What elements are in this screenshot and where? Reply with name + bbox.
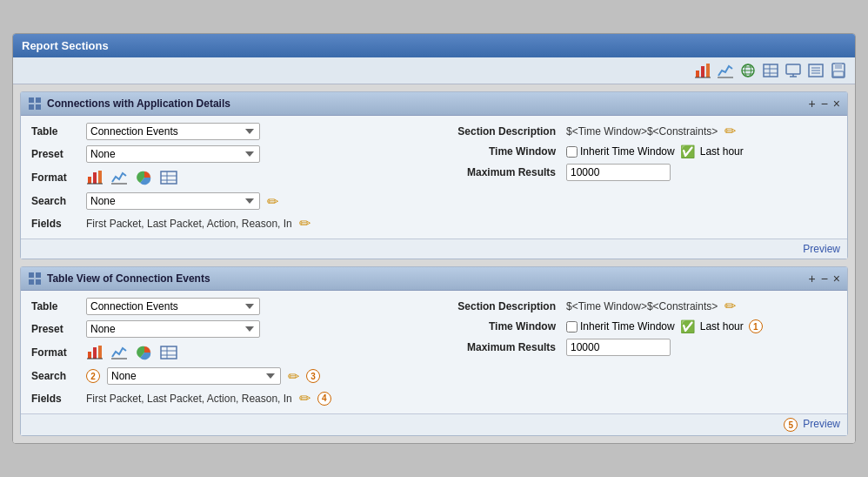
section2-bar-chart-icon[interactable] [86, 343, 105, 362]
section1-body: Table Connection Events Preset None Form… [21, 116, 847, 238]
section2-format-icons [86, 343, 178, 362]
section2-line-chart-icon[interactable] [110, 343, 130, 362]
monitor-toolbar-icon[interactable] [784, 61, 803, 80]
svg-rect-29 [93, 172, 97, 184]
section2-preset-select[interactable]: None [86, 320, 260, 338]
section2-right-panel: Section Description $<Time Window>$<Cons… [443, 298, 837, 406]
section1-inherit-checkbox[interactable]: Inherit Time Window [566, 145, 675, 158]
svg-rect-48 [161, 346, 177, 359]
section1-add-button[interactable]: + [808, 97, 815, 111]
svg-rect-0 [696, 71, 699, 77]
section1-fields-value: First Packet, Last Packet, Action, Reaso… [86, 218, 292, 230]
section2-header-left: Table View of Connection Events [28, 272, 210, 286]
svg-rect-27 [36, 104, 41, 110]
network-toolbar-icon[interactable] [738, 61, 758, 80]
section2-inherit-checkbox[interactable]: Inherit Time Window [566, 320, 675, 333]
section2-search-select[interactable]: None [107, 367, 281, 385]
save-toolbar-icon[interactable] [829, 61, 848, 80]
svg-rect-38 [29, 272, 34, 278]
section1-table-select[interactable]: Connection Events [86, 123, 260, 140]
section1-search-select[interactable]: None [86, 192, 260, 210]
title-bar: Report Sections [13, 34, 855, 57]
section1-check-icon: ✅ [680, 144, 695, 158]
line-chart-toolbar-icon[interactable] [716, 61, 735, 80]
section1-maxresults-input[interactable] [566, 164, 671, 181]
svg-rect-24 [29, 97, 34, 103]
section2-fields-value: First Packet, Last Packet, Action, Reaso… [86, 393, 292, 405]
section2-title: Table View of Connection Events [47, 272, 210, 285]
section1-time-row: Time Window Inherit Time Window ✅ Last h… [443, 144, 837, 158]
svg-rect-34 [161, 171, 177, 184]
section2-desc-value: $<Time Window>$<Constraints> [566, 300, 718, 312]
section1-desc-edit-icon[interactable]: ✏ [724, 123, 736, 139]
section2-search-edit-icon[interactable]: ✏ [288, 368, 299, 385]
section2-maxresults-input[interactable] [566, 339, 671, 356]
section2-time-row: Time Window Inherit Time Window ✅ Last h… [443, 319, 837, 333]
section2-pie-chart-icon[interactable] [135, 343, 154, 362]
section2-grid-icon [28, 272, 42, 286]
svg-rect-44 [98, 346, 102, 359]
section1-inherit-input[interactable] [566, 146, 578, 158]
section2-fields-edit-icon[interactable]: ✏ [299, 390, 310, 406]
section2-inherit-input[interactable] [566, 321, 578, 333]
section2-format-label: Format [31, 346, 79, 359]
section1-format-icons [86, 168, 178, 187]
list-toolbar-icon[interactable] [806, 61, 825, 80]
bar-chart-toolbar-icon[interactable] [693, 61, 712, 80]
svg-rect-2 [706, 64, 710, 77]
section1-header: Connections with Application Details + −… [21, 92, 847, 116]
table-toolbar-icon[interactable] [761, 61, 780, 80]
section2-time-window-controls: Inherit Time Window ✅ Last hour 1 [566, 319, 763, 333]
section1-format-row: Format [31, 168, 425, 187]
section2-preview-link[interactable]: Preview [803, 418, 840, 432]
section2-desc-row: Section Description $<Time Window>$<Cons… [443, 298, 837, 314]
section1-time-window-controls: Inherit Time Window ✅ Last hour [566, 144, 744, 158]
section1-desc-label: Section Description [443, 125, 556, 138]
section1-collapse-button[interactable]: − [821, 97, 828, 111]
section1-close-button[interactable]: × [833, 97, 840, 111]
section2-badge1: 1 [749, 319, 763, 333]
section1-table-icon[interactable] [159, 168, 178, 187]
section2-preset-label: Preset [31, 323, 79, 335]
svg-rect-14 [786, 64, 800, 74]
section1-fields-edit-icon[interactable]: ✏ [299, 215, 310, 232]
section2-table-label: Table [31, 300, 79, 312]
section2-table-format-icon[interactable] [159, 343, 178, 362]
section2-last-hour: Last hour [700, 320, 744, 333]
section2-maxresults-row: Maximum Results [443, 339, 837, 356]
section2-collapse-button[interactable]: − [821, 272, 828, 286]
section1-last-hour: Last hour [700, 145, 744, 158]
section2-card: Table View of Connection Events + − × Ta… [20, 266, 848, 436]
section2-desc-edit-icon[interactable]: ✏ [724, 298, 736, 314]
section1-line-chart-icon[interactable] [110, 168, 130, 187]
section2-fields-row: Fields First Packet, Last Packet, Action… [31, 390, 425, 406]
section2-badge5: 5 [784, 418, 798, 432]
section1-title: Connections with Application Details [47, 97, 230, 110]
section2-add-button[interactable]: + [808, 272, 815, 286]
svg-rect-25 [36, 97, 41, 103]
section1-desc-row: Section Description $<Time Window>$<Cons… [443, 123, 837, 139]
section2-close-button[interactable]: × [833, 272, 840, 286]
section1-maxresults-row: Maximum Results [443, 164, 837, 181]
svg-rect-28 [88, 177, 91, 184]
section2-table-select[interactable]: Connection Events [86, 298, 260, 315]
section2-preset-row: Preset None [31, 320, 425, 338]
section1-preset-label: Preset [31, 148, 79, 160]
section1-desc-value: $<Time Window>$<Constraints> [566, 125, 718, 138]
section1-bar-chart-icon[interactable] [86, 168, 105, 187]
section1-preview-link[interactable]: Preview [803, 243, 840, 255]
section2-table-row: Table Connection Events [31, 298, 425, 315]
section2-badge4: 4 [317, 392, 331, 406]
toolbar [13, 57, 855, 84]
section1-search-edit-icon[interactable]: ✏ [267, 193, 278, 210]
section1-grid-icon [28, 97, 42, 111]
svg-rect-41 [36, 279, 41, 285]
section1-right-panel: Section Description $<Time Window>$<Cons… [443, 123, 837, 232]
section1-preset-select[interactable]: None [86, 145, 260, 163]
section1-pie-chart-icon[interactable] [135, 168, 154, 187]
section2-desc-label: Section Description [443, 300, 556, 312]
section1-card: Connections with Application Details + −… [20, 91, 848, 259]
section2-time-label: Time Window [443, 320, 556, 333]
section1-fields-row: Fields First Packet, Last Packet, Action… [31, 215, 425, 232]
app-title: Report Sections [22, 39, 109, 52]
